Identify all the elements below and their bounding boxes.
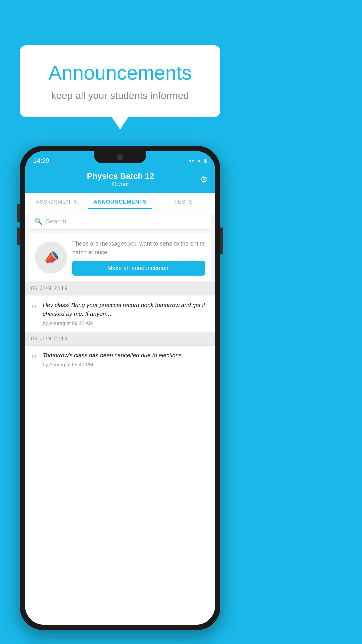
announcement-text-area-1: Hey class! Bring your practical record b…	[43, 301, 210, 326]
speech-bubble-container: Announcements keep all your students inf…	[20, 45, 220, 117]
volume-buttons	[17, 204, 20, 251]
header-title: Physics Batch 12	[87, 172, 154, 181]
bubble-subtitle: keep all your students informed	[31, 90, 209, 101]
status-time: 14:29	[33, 157, 49, 164]
make-announcement-button[interactable]: Make an announcement	[72, 261, 205, 276]
search-bar[interactable]: 🔍 Search	[29, 214, 211, 229]
speech-bubble: Announcements keep all your students inf…	[20, 45, 220, 117]
signal-icon: ▲	[196, 158, 202, 164]
content-area: 🔍 Search 📣 These are messages you want t…	[25, 214, 215, 373]
tab-announcements[interactable]: ANNOUNCEMENTS	[88, 193, 152, 209]
quote-icon-2: "	[30, 353, 38, 368]
phone-outer-shell: 14:29 ▾▾ ▲ ▮ ← Physics Batch 12 Owner ⚙	[20, 146, 220, 630]
app-header: ← Physics Batch 12 Owner ⚙	[25, 167, 215, 193]
phone-camera	[117, 154, 123, 160]
announcement-description: These are messages you want to send to t…	[72, 239, 205, 257]
tab-bar: ASSIGNMENTS ANNOUNCEMENTS TESTS	[25, 193, 215, 209]
announcement-item-2[interactable]: " Tomorrow's class has been cancelled du…	[25, 346, 215, 373]
header-title-area: Physics Batch 12 Owner	[87, 172, 154, 188]
back-button[interactable]: ←	[32, 175, 41, 185]
date-separator-june5: 05 JUN 2019	[25, 332, 215, 346]
megaphone-icon: 📣	[41, 248, 61, 267]
battery-icon: ▮	[204, 158, 207, 164]
search-icon: 🔍	[34, 218, 42, 225]
tab-assignments[interactable]: ASSIGNMENTS	[25, 193, 88, 209]
search-placeholder: Search	[46, 218, 66, 225]
phone-screen: 14:29 ▾▾ ▲ ▮ ← Physics Batch 12 Owner ⚙	[25, 151, 215, 625]
phone-notch	[94, 151, 146, 163]
announcement-text-area-2: Tomorrow's class has been cancelled due …	[43, 351, 210, 368]
announcement-prompt-right: These are messages you want to send to t…	[72, 239, 205, 276]
quote-icon-1: "	[30, 302, 38, 326]
header-subtitle: Owner	[87, 181, 154, 188]
phone-mockup: 14:29 ▾▾ ▲ ▮ ← Physics Batch 12 Owner ⚙	[20, 146, 220, 630]
power-button	[220, 228, 223, 254]
tab-tests[interactable]: TESTS	[152, 193, 215, 209]
vol-down	[17, 228, 20, 245]
announcement-prompt: 📣 These are messages you want to send to…	[29, 233, 211, 282]
announcement-text-2: Tomorrow's class has been cancelled due …	[43, 351, 210, 360]
date-separator-june6: 06 JUN 2019	[25, 282, 215, 295]
announcement-meta-1: by Anurag at 09:42 AM	[43, 321, 210, 326]
wifi-icon: ▾▾	[189, 158, 194, 164]
vol-up	[17, 204, 20, 222]
gear-icon[interactable]: ⚙	[200, 174, 208, 185]
announcement-item-1[interactable]: " Hey class! Bring your practical record…	[25, 295, 215, 332]
bubble-title: Announcements	[31, 61, 209, 84]
megaphone-circle: 📣	[35, 242, 67, 274]
announcement-meta-2: by Anurag at 05:40 PM	[43, 362, 210, 368]
announcement-text-1: Hey class! Bring your practical record b…	[43, 301, 210, 318]
status-icons: ▾▾ ▲ ▮	[189, 158, 207, 164]
